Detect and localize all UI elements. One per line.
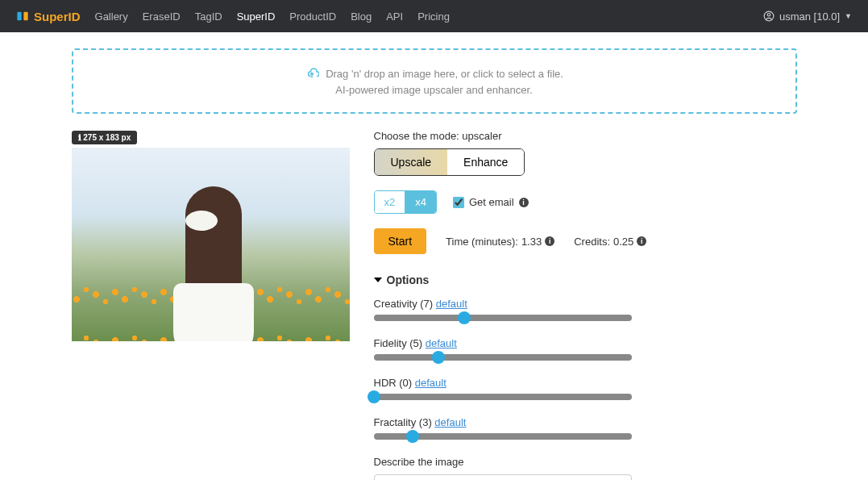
nav-gallery[interactable]: Gallery [95,10,128,23]
preview-image [72,148,350,341]
user-label: usman [10.0] [779,10,840,23]
start-button[interactable]: Start [374,228,427,254]
slider-creativity-default[interactable]: default [436,298,467,310]
get-email-checkbox[interactable]: Get email i [453,196,529,208]
brand-name: SuperID [34,10,81,23]
brand-logo[interactable]: SuperID [16,10,81,23]
info-icon[interactable]: i [637,236,646,246]
tab-enhance[interactable]: Enhance [447,149,524,175]
logo-icon [16,10,29,23]
user-menu[interactable]: usman [10.0] ▼ [763,10,852,23]
navbar-left: SuperID Gallery EraseID TagID SuperID Pr… [16,10,450,23]
slider-fractality[interactable] [374,433,632,440]
nav-tagid[interactable]: TagID [195,10,222,23]
nav-api[interactable]: API [386,10,403,23]
slider-fidelity-label: Fidelity (5) default [374,337,797,349]
describe-label: Describe the image [374,456,797,468]
mode-label: Choose the mode: upscaler [374,130,797,142]
dropzone-line2: AI-powered image upscaler and enhancer. [335,84,532,96]
options-label: Options [387,273,430,286]
nav-superid[interactable]: SuperID [237,10,276,23]
tab-upscale[interactable]: Upscale [375,149,448,175]
nav-eraseid[interactable]: EraseID [143,10,181,23]
dropzone-line1: Drag 'n' drop an image here, or click to… [326,68,563,80]
scale-options: x2 x4 [374,190,437,214]
slider-fractality-label: Fractality (3) default [374,416,797,428]
navbar: SuperID Gallery EraseID TagID SuperID Pr… [0,0,868,32]
slider-creativity[interactable] [374,315,632,321]
nav-blog[interactable]: Blog [351,10,372,23]
svg-rect-1 [23,12,27,21]
slider-hdr[interactable] [374,394,632,400]
mode-tabs: Upscale Enhance [374,148,525,176]
slider-creativity-label: Creativity (7) default [374,298,797,310]
describe-input[interactable] [374,474,632,480]
info-icon[interactable]: i [545,236,554,246]
caret-down-icon [374,278,382,282]
options-toggle[interactable]: Options [374,273,797,286]
email-label: Get email [469,196,514,208]
chevron-down-icon: ▼ [845,12,852,20]
nav-productid[interactable]: ProductID [289,10,336,23]
scale-x4[interactable]: x4 [405,191,436,213]
slider-hdr-default[interactable]: default [415,377,446,389]
credits-stat: Credits: 0.25 i [574,236,646,248]
info-icon[interactable]: i [519,198,529,207]
user-icon [763,10,775,22]
dropzone[interactable]: Drag 'n' drop an image here, or click to… [72,48,797,114]
svg-rect-0 [17,12,21,21]
time-stat: Time (minutes): 1.33 i [446,236,554,248]
slider-hdr-label: HDR (0) default [374,377,797,389]
cloud-upload-icon [305,66,319,81]
nav-pricing[interactable]: Pricing [417,10,450,23]
email-checkbox-input[interactable] [453,197,464,208]
scale-x2[interactable]: x2 [375,191,406,213]
slider-fidelity-default[interactable]: default [426,337,457,349]
slider-fractality-default[interactable]: default [434,416,466,428]
image-dimensions-badge: ℹ 275 x 183 px [72,131,138,144]
slider-fidelity[interactable] [374,354,632,361]
svg-point-3 [767,14,770,17]
